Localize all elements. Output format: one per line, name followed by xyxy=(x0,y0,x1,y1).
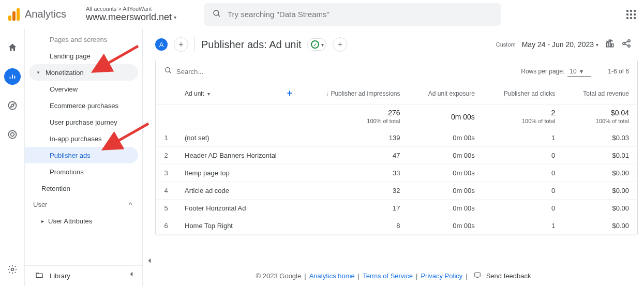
table-row[interactable]: 2Header AD Banners Horizontal470m 00s0$0… xyxy=(156,147,637,164)
col-index xyxy=(156,83,176,104)
link-privacy[interactable]: Privacy Policy xyxy=(421,272,462,280)
svg-line-15 xyxy=(169,71,171,73)
chevron-down-icon: ▾ xyxy=(321,42,324,48)
chevron-down-icon: ▾ xyxy=(174,14,176,20)
sort-down-icon: ↓ xyxy=(325,90,328,97)
table-row[interactable]: 1(not set)1390m 00s1$0.03 xyxy=(156,129,637,147)
totals-row: 276100% of total 0m 00s 2100% of total $… xyxy=(156,104,637,129)
nav-inapp[interactable]: In-app purchases xyxy=(25,130,138,147)
toolbar-right: Custom May 24 - Jun 20, 2023 ▾ xyxy=(496,38,632,51)
table-row[interactable]: 5Footer Horizontal Ad170m 00s0$0.00 xyxy=(156,200,637,217)
rail-admin[interactable] xyxy=(4,261,21,278)
search-box[interactable] xyxy=(204,3,501,26)
analytics-logo-icon xyxy=(8,8,21,21)
insights-icon[interactable] xyxy=(605,38,615,51)
nav-user-label: User xyxy=(33,201,47,208)
col-impressions[interactable]: ↓Publisher ad impressions xyxy=(301,83,408,104)
search-input[interactable] xyxy=(228,10,493,19)
collapse-nav-button[interactable] xyxy=(127,269,136,281)
nav-ecommerce[interactable]: Ecommerce purchases xyxy=(25,97,138,114)
side-nav: Pages and screens Landing page Monetizat… xyxy=(25,29,143,286)
col-revenue[interactable]: Total ad revenue xyxy=(563,83,637,104)
rpp-select[interactable]: 10 ▾ xyxy=(567,67,591,77)
report-toolbar: A + Publisher ads: Ad unit ✓ ▾ + Custom … xyxy=(143,29,644,60)
breadcrumb: All accounts > AllYouWant xyxy=(86,6,200,12)
nav-monetization[interactable]: Monetization xyxy=(29,64,138,81)
pager-text: 1-6 of 6 xyxy=(608,68,629,75)
copyright: © 2023 Google xyxy=(256,272,302,280)
nav-promotions[interactable]: Promotions xyxy=(25,163,138,180)
nav-user-attributes[interactable]: User Attributes xyxy=(25,213,142,229)
nav-retention[interactable]: Retention xyxy=(25,180,138,197)
library-label: Library xyxy=(50,272,70,280)
svg-line-1 xyxy=(218,14,220,17)
svg-line-13 xyxy=(625,44,628,46)
folder-icon xyxy=(35,271,43,281)
divider xyxy=(194,37,195,52)
col-exposure[interactable]: Ad unit exposure xyxy=(409,83,483,104)
svg-point-4 xyxy=(8,131,16,139)
app-header: Analytics All accounts > AllYouWant www.… xyxy=(0,0,644,29)
rows-per-page: Rows per page: 10 ▾ xyxy=(521,67,591,77)
account-selector[interactable]: All accounts > AllYouWant www.meersworld… xyxy=(86,6,200,23)
svg-rect-6 xyxy=(606,42,608,47)
nav-publisher-ads[interactable]: Publisher ads xyxy=(25,147,138,163)
logo-text: Analytics xyxy=(25,8,66,20)
table-row[interactable]: 4Article ad code320m 00s0$0.00 xyxy=(156,182,637,200)
rail-reports[interactable] xyxy=(4,68,21,85)
search-icon xyxy=(164,66,172,77)
property-text: www.meersworld.net xyxy=(86,12,172,23)
rail-home[interactable] xyxy=(4,39,21,56)
rail-explore[interactable] xyxy=(4,97,21,114)
date-range-picker[interactable]: May 24 - Jun 20, 2023 ▾ xyxy=(522,40,598,49)
nav-user-section[interactable]: User ^ xyxy=(25,197,142,213)
link-tos[interactable]: Terms of Service xyxy=(363,272,413,280)
svg-point-2 xyxy=(8,102,16,110)
nav-rail xyxy=(0,29,25,286)
table-search-input[interactable] xyxy=(176,68,517,76)
chevron-down-icon: ▾ xyxy=(207,91,210,97)
table-row[interactable]: 3Itemp page top330m 00s0$0.00 xyxy=(156,164,637,182)
header-actions xyxy=(626,10,636,19)
svg-point-14 xyxy=(166,68,170,72)
data-table: Ad unit ▾ + ↓Publisher ad impressions Ad… xyxy=(156,83,637,235)
table-filter-row: Rows per page: 10 ▾ 1-6 of 6 xyxy=(156,60,637,83)
svg-point-0 xyxy=(214,10,219,16)
col-adunit[interactable]: Ad unit ▾ xyxy=(176,83,279,104)
svg-point-5 xyxy=(11,268,13,271)
property-name: www.meersworld.net ▾ xyxy=(86,12,200,23)
rail-advertising[interactable] xyxy=(4,126,21,143)
apps-icon[interactable] xyxy=(626,10,636,19)
svg-point-3 xyxy=(10,133,14,137)
check-icon: ✓ xyxy=(311,40,319,49)
share-icon[interactable] xyxy=(621,38,632,51)
page-title: Publisher ads: Ad unit xyxy=(201,39,301,51)
report-content: Rows per page: 10 ▾ 1-6 of 6 Ad unit ▾ + xyxy=(143,60,644,286)
add-segment-button[interactable]: + xyxy=(174,37,188,52)
date-range-text: May 24 - Jun 20, 2023 xyxy=(522,40,594,49)
data-card: Rows per page: 10 ▾ 1-6 of 6 Ad unit ▾ + xyxy=(155,60,638,235)
nav-library[interactable]: Library xyxy=(25,265,142,286)
search-icon xyxy=(212,9,221,20)
add-comparison-button[interactable]: + xyxy=(333,37,347,52)
svg-rect-16 xyxy=(474,273,480,277)
main-content: A + Publisher ads: Ad unit ✓ ▾ + Custom … xyxy=(143,29,644,286)
chevron-down-icon: ▾ xyxy=(596,42,598,48)
svg-line-12 xyxy=(625,41,628,43)
logo[interactable]: Analytics xyxy=(8,8,81,21)
send-feedback-link[interactable]: Send feedback xyxy=(486,272,531,280)
nav-landing-page[interactable]: Landing page xyxy=(25,48,138,64)
col-clicks[interactable]: Publisher ad clicks xyxy=(483,83,563,104)
link-analytics-home[interactable]: Analytics home xyxy=(309,272,355,280)
table-row[interactable]: 6Home Top Right80m 00s1$0.00 xyxy=(156,217,637,235)
nav-pages-screens[interactable]: Pages and screens xyxy=(25,31,138,48)
nav-overview[interactable]: Overview xyxy=(25,81,138,97)
nav-user-journey[interactable]: User purchase journey xyxy=(25,114,138,130)
add-dimension-button[interactable]: + xyxy=(279,83,301,104)
audience-avatar[interactable]: A xyxy=(155,38,168,51)
footer: © 2023 Google | Analytics home | Terms o… xyxy=(143,265,644,286)
chevron-up-icon: ^ xyxy=(129,201,132,208)
custom-label: Custom xyxy=(496,41,516,48)
feedback-icon xyxy=(474,272,481,280)
status-pill[interactable]: ✓ ▾ xyxy=(307,38,326,51)
